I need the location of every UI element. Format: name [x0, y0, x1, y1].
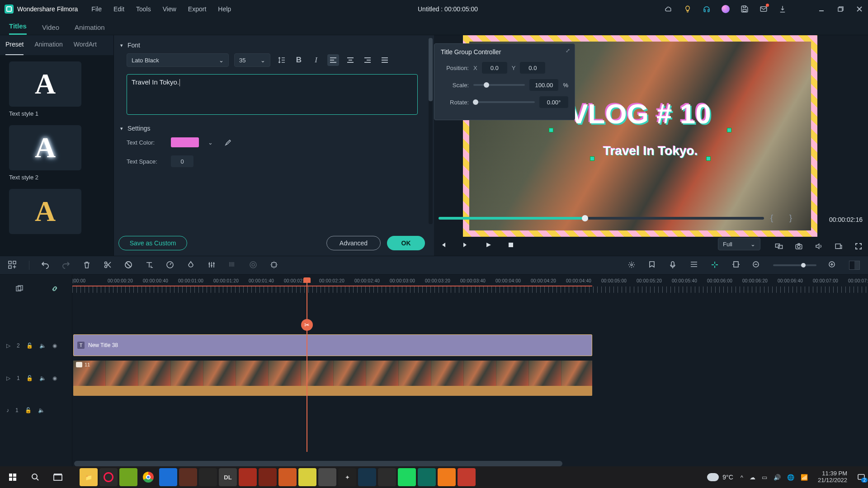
color-icon[interactable]: [187, 261, 196, 270]
track-audio-icon[interactable]: ♪: [6, 407, 9, 413]
tgc-collapse-icon[interactable]: ⤢: [566, 47, 570, 54]
rotate-input[interactable]: 0.00°: [539, 96, 568, 108]
taskbar-spotify[interactable]: [398, 468, 416, 486]
menu-view[interactable]: View: [163, 5, 176, 13]
taskbar-app-15[interactable]: [358, 468, 376, 486]
lock-icon[interactable]: 🔓: [25, 407, 32, 413]
close-icon[interactable]: [855, 5, 863, 13]
taskbar-notifications[interactable]: 2: [857, 473, 865, 481]
volume-icon[interactable]: [815, 242, 823, 250]
preset-thumb-3[interactable]: A: [9, 189, 81, 234]
subtab-wordart[interactable]: WordArt: [74, 41, 97, 55]
track-size-toggle[interactable]: [849, 261, 860, 270]
text-space-input[interactable]: 0: [171, 155, 193, 167]
tray-volume-icon[interactable]: 🔊: [774, 474, 781, 481]
fullscreen-icon[interactable]: [854, 242, 863, 250]
track-video-icon[interactable]: ▷: [6, 375, 10, 381]
tray-onedrive-icon[interactable]: ☁: [750, 474, 755, 481]
position-x-input[interactable]: 0.0: [482, 62, 507, 74]
adjust-icon[interactable]: [208, 261, 217, 270]
preview-progress[interactable]: [439, 217, 764, 220]
timeline-scrollbar[interactable]: [74, 461, 562, 466]
advanced-button[interactable]: Advanced: [326, 236, 381, 250]
text-icon[interactable]: [145, 261, 154, 270]
tips-icon[interactable]: [684, 5, 692, 13]
color-dropdown-icon[interactable]: ⌄: [204, 136, 216, 148]
link-icon[interactable]: [49, 283, 61, 295]
selection-handle[interactable]: [727, 128, 731, 132]
title-clip[interactable]: T New Title 38: [73, 334, 592, 356]
maximize-icon[interactable]: [836, 5, 844, 13]
tray-chevron-icon[interactable]: ^: [741, 474, 743, 481]
eyedropper-icon[interactable]: [222, 136, 233, 148]
menu-export[interactable]: Export: [188, 5, 206, 13]
taskbar-weather[interactable]: 9°C: [707, 473, 733, 481]
track-options-icon[interactable]: [14, 283, 25, 295]
start-button[interactable]: [3, 468, 23, 486]
voiceover-icon[interactable]: [669, 261, 678, 270]
taskbar-app-10[interactable]: [259, 468, 277, 486]
taskbar-app-7[interactable]: [199, 468, 217, 486]
taskbar-clock[interactable]: 11:39 PM 21/12/2022: [818, 470, 847, 484]
mute-icon[interactable]: 🔈: [39, 375, 46, 381]
greenscreen-icon[interactable]: [249, 261, 258, 270]
align-right-button[interactable]: [362, 54, 373, 66]
scale-input[interactable]: 100.00: [529, 79, 558, 91]
menu-tools[interactable]: Tools: [136, 5, 151, 13]
line-height-icon[interactable]: [276, 54, 288, 66]
mute-icon[interactable]: 🔈: [39, 343, 46, 349]
selection-handle[interactable]: [549, 128, 553, 132]
play-button[interactable]: [484, 240, 493, 249]
mark-out-icon[interactable]: }: [789, 213, 792, 223]
speed-icon[interactable]: [166, 261, 175, 270]
text-color-swatch[interactable]: [171, 137, 199, 147]
download-icon[interactable]: [778, 5, 787, 13]
ok-button[interactable]: OK: [387, 236, 425, 250]
selection-handle[interactable]: [706, 156, 711, 161]
visibility-icon[interactable]: ◉: [52, 343, 57, 349]
add-media-icon[interactable]: [8, 261, 17, 270]
taskbar-app-5[interactable]: [159, 468, 177, 486]
taskbar-app-16[interactable]: [378, 468, 396, 486]
tab-titles[interactable]: Titles: [9, 22, 27, 35]
mute-icon[interactable]: 🔈: [38, 407, 45, 413]
cloud-icon[interactable]: [665, 5, 673, 13]
zoom-in-icon[interactable]: [828, 261, 837, 270]
video-clip[interactable]: 11: [73, 361, 592, 396]
next-frame-button[interactable]: [461, 240, 470, 249]
visibility-icon[interactable]: ◉: [52, 375, 57, 381]
align-justify-button[interactable]: [379, 54, 391, 66]
font-group-header[interactable]: Font: [120, 39, 418, 53]
delete-icon[interactable]: [83, 261, 92, 270]
taskbar-app-14[interactable]: ✦: [338, 468, 356, 486]
lock-icon[interactable]: 🔓: [26, 343, 33, 349]
mark-in-icon[interactable]: {: [770, 213, 773, 223]
italic-button[interactable]: I: [310, 54, 322, 66]
tab-animation[interactable]: Animation: [75, 23, 105, 35]
motion-icon[interactable]: [270, 261, 279, 270]
taskbar-app-13[interactable]: [318, 468, 336, 486]
tray-battery-icon[interactable]: ▭: [762, 474, 767, 481]
bold-button[interactable]: B: [293, 54, 305, 66]
preset-thumb-2[interactable]: A: [9, 125, 81, 170]
save-as-custom-button[interactable]: Save as Custom: [118, 236, 187, 250]
scrollbar[interactable]: [429, 38, 433, 224]
taskview-icon[interactable]: [48, 468, 68, 486]
taskbar-vlc[interactable]: [438, 468, 456, 486]
settings-group-header[interactable]: Settings: [120, 122, 418, 136]
split-handle-icon[interactable]: ✂: [301, 319, 313, 331]
quality-select[interactable]: Full⌄: [718, 238, 760, 250]
title-text-input[interactable]: Travel In Tokyo.: [127, 74, 418, 115]
subtab-preset[interactable]: Preset: [5, 41, 24, 55]
taskbar-app-12[interactable]: [298, 468, 316, 486]
save-icon[interactable]: [741, 5, 749, 13]
menu-edit[interactable]: Edit: [113, 5, 124, 13]
preset-thumb-1[interactable]: A: [9, 61, 81, 107]
taskbar-app-8[interactable]: DL: [219, 468, 237, 486]
align-center-button[interactable]: [344, 54, 356, 66]
render-icon[interactable]: [627, 261, 637, 270]
track-video-icon[interactable]: ▷: [6, 343, 10, 349]
taskbar-app-6[interactable]: [179, 468, 197, 486]
search-icon[interactable]: [25, 468, 45, 486]
messages-icon[interactable]: [760, 5, 768, 13]
